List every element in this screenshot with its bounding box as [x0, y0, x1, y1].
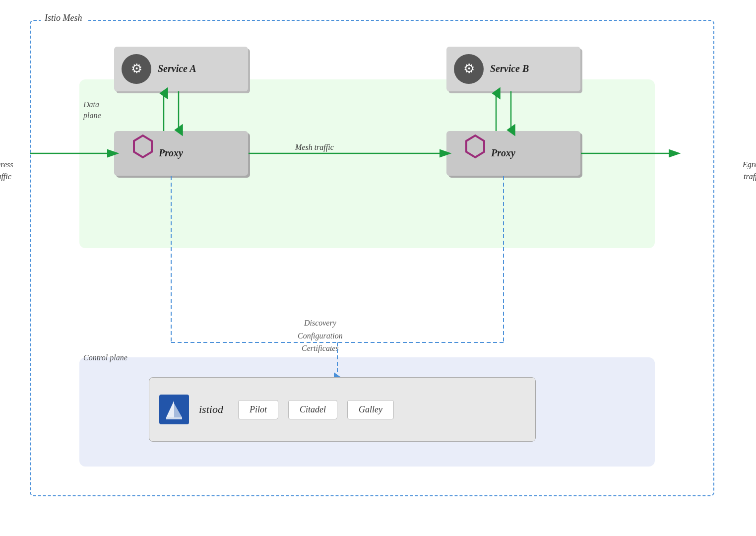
discovery-config-cert-label: DiscoveryConfigurationCertificates	[298, 317, 343, 355]
istiod-component-galley: Galley	[347, 400, 394, 419]
istio-mesh-label: Istio Mesh	[41, 13, 86, 23]
egress-label: Egresstraffic	[743, 159, 756, 183]
istiod-logo	[159, 395, 189, 424]
svg-marker-31	[174, 403, 182, 417]
istiod-name: istiod	[199, 403, 223, 416]
svg-rect-32	[166, 417, 182, 419]
mesh-traffic-label: Mesh traffic	[295, 143, 334, 152]
istiod-component-pilot: Pilot	[238, 400, 278, 419]
svg-marker-30	[166, 401, 174, 417]
data-plane-label: Dataplane	[83, 99, 101, 122]
control-plane-label: Control plane	[83, 353, 127, 362]
istiod-component-citadel: Citadel	[288, 400, 337, 419]
ingress-label: Ingresstraffic	[0, 159, 13, 183]
diagram-container: Istio Mesh Dataplane Control plane Ingre…	[30, 20, 724, 511]
data-plane-region	[79, 79, 655, 248]
istiod-box: istiod Pilot Citadel Galley	[149, 377, 536, 442]
